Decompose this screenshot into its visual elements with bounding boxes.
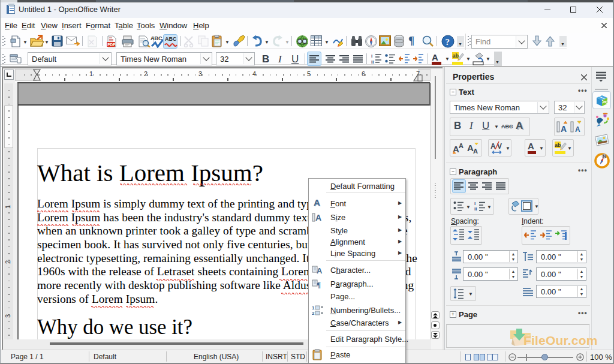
- svg-text:II: II: [474, 206, 477, 211]
- svg-text:A: A: [561, 124, 567, 133]
- svg-text:A: A: [315, 213, 321, 222]
- svg-text:ab: ab: [453, 53, 459, 59]
- svg-text:N: N: [603, 154, 606, 158]
- svg-text:I: I: [474, 201, 475, 206]
- svg-text:ABC: ABC: [165, 36, 177, 42]
- svg-text:ab: ab: [555, 142, 561, 148]
- svg-text:A: A: [490, 142, 496, 151]
- svg-text:A: A: [575, 125, 580, 133]
- svg-text:A: A: [473, 148, 478, 154]
- svg-text:ABC: ABC: [151, 35, 162, 41]
- svg-text:A: A: [459, 142, 463, 149]
- svg-text:I: I: [371, 53, 372, 59]
- svg-text:?: ?: [446, 37, 450, 47]
- svg-text:II: II: [371, 59, 374, 64]
- svg-text:¶: ¶: [317, 280, 321, 289]
- svg-text:PDF: PDF: [107, 43, 115, 47]
- svg-text:1: 1: [312, 305, 315, 311]
- svg-text:2: 2: [312, 311, 315, 316]
- svg-text:A: A: [317, 266, 323, 275]
